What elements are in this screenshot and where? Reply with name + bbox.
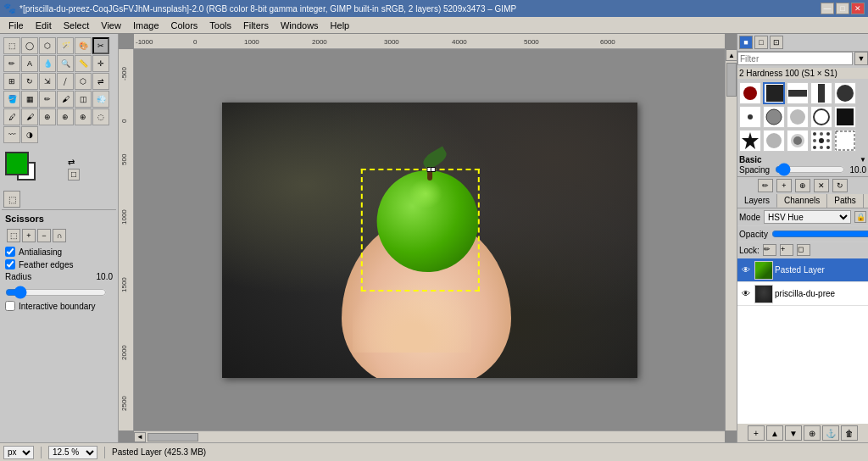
layer-delete-button[interactable]: 🗑 [841, 425, 858, 441]
tool-paths[interactable]: ✏ [3, 55, 20, 72]
hscroll-thumb[interactable] [147, 433, 198, 442]
lock-position-button[interactable]: + [780, 244, 793, 256]
mode-btn-2[interactable]: + [22, 229, 36, 242]
brush-item[interactable] [810, 130, 832, 152]
mode-btn-1[interactable]: ⬚ [7, 229, 20, 242]
image-canvas[interactable] [222, 103, 637, 378]
tool-ellipse-select[interactable]: ◯ [21, 37, 38, 54]
tool-heal[interactable]: ⊕ [57, 108, 74, 125]
background-color-icon[interactable]: □ [754, 36, 768, 49]
tool-pencil[interactable]: ✏ [39, 91, 56, 108]
tool-dodge[interactable]: ◑ [21, 126, 38, 143]
tool-flip[interactable]: ⇌ [92, 73, 109, 90]
spacing-slider[interactable] [775, 164, 844, 175]
layer-visibility-icon[interactable]: 👁 [739, 264, 753, 277]
basic-dropdown-button[interactable]: ▼ [860, 156, 866, 164]
mode-btn-4[interactable]: ∩ [53, 229, 66, 242]
brush-add-button[interactable]: + [776, 179, 792, 192]
brush-item[interactable] [834, 106, 856, 128]
menu-edit[interactable]: Edit [31, 19, 57, 32]
brush-item[interactable] [763, 106, 785, 128]
layer-mode-lock-button[interactable]: 🔒 [854, 211, 866, 223]
tab-layers[interactable]: Layers [737, 194, 777, 208]
antialiasing-checkbox[interactable] [5, 247, 15, 257]
brush-item[interactable] [787, 82, 809, 104]
menu-filters[interactable]: Filters [238, 19, 274, 32]
layer-raise-button[interactable]: ▲ [766, 425, 783, 441]
brush-item-selected[interactable] [763, 82, 785, 104]
tool-perspective-clone[interactable]: ⊕ [75, 108, 92, 125]
tool-scissors[interactable]: ✂ [92, 37, 109, 54]
layer-row-pasted[interactable]: 👁 Pasted Layer [737, 258, 868, 282]
foreground-color-icon[interactable]: ■ [739, 36, 753, 49]
layer-mode-select[interactable]: HSV Hue Normal Multiply Screen [764, 210, 851, 224]
menu-select[interactable]: Select [58, 19, 95, 32]
unit-select[interactable]: px mm cm in [3, 446, 34, 459]
brush-item[interactable] [834, 130, 856, 152]
maximize-button[interactable]: □ [836, 3, 849, 14]
minimize-button[interactable]: — [821, 3, 834, 14]
tool-blur[interactable]: ◌ [92, 108, 109, 125]
swap-colors-button[interactable]: ⇄ [68, 158, 80, 167]
layer-anchor-button[interactable]: ⚓ [822, 425, 839, 441]
brush-edit-button[interactable]: ✏ [758, 179, 773, 192]
tool-paintbrush[interactable]: 🖌 [57, 91, 74, 108]
vertical-scrollbar[interactable]: ▲ [725, 49, 737, 430]
brush-item-star[interactable] [739, 130, 761, 152]
tool-ink[interactable]: 🖊 [3, 108, 20, 125]
filter-options-button[interactable]: ▼ [854, 52, 868, 65]
brush-item[interactable] [787, 130, 809, 152]
tool-text[interactable]: A [21, 55, 38, 72]
tab-paths[interactable]: Paths [827, 194, 864, 208]
brush-item[interactable] [810, 82, 832, 104]
tool-scale[interactable]: ⇲ [39, 73, 56, 90]
tool-free-select[interactable]: ⬡ [39, 37, 56, 54]
zoom-select[interactable]: 12.5 % 25 % 50 % 100 % [48, 446, 97, 459]
active-layer-icon[interactable]: ⊡ [770, 36, 783, 49]
interactive-checkbox[interactable] [5, 301, 15, 311]
menu-image[interactable]: Image [128, 19, 164, 32]
tool-clone[interactable]: ⊕ [39, 108, 56, 125]
opacity-slider[interactable] [771, 228, 868, 240]
brush-item[interactable] [810, 106, 832, 128]
horizontal-scrollbar[interactable]: ◄ [134, 430, 725, 442]
menu-windows[interactable]: Windows [275, 19, 324, 32]
menu-file[interactable]: File [3, 19, 29, 32]
tool-smudge[interactable]: 〰 [3, 126, 20, 143]
tool-perspective[interactable]: ⬡ [75, 73, 92, 90]
layer-visibility-icon[interactable]: 👁 [739, 287, 753, 301]
layer-new-button[interactable]: + [748, 425, 765, 441]
menu-help[interactable]: Help [326, 19, 355, 32]
feather-checkbox[interactable] [5, 259, 15, 269]
tool-shear[interactable]: ⧸ [57, 73, 74, 90]
menu-tools[interactable]: Tools [204, 19, 236, 32]
quick-mask-button[interactable]: ⬚ [3, 191, 20, 208]
brush-item[interactable] [834, 82, 856, 104]
tool-by-color[interactable]: 🎨 [75, 37, 92, 54]
title-bar-controls[interactable]: — □ ✕ [821, 3, 865, 14]
layer-duplicate-button[interactable]: ⊕ [804, 425, 821, 441]
layer-lower-button[interactable]: ▼ [785, 425, 802, 441]
tool-rect-select[interactable]: ⬚ [3, 37, 20, 54]
brush-filter-input[interactable] [737, 52, 853, 65]
tab-channels[interactable]: Channels [777, 194, 827, 208]
vscroll-thumb[interactable] [726, 63, 737, 97]
menu-view[interactable]: View [96, 19, 126, 32]
tool-bucket[interactable]: 🪣 [3, 91, 20, 108]
brush-delete-button[interactable]: ✕ [814, 179, 829, 192]
vscroll-up-button[interactable]: ▲ [726, 49, 737, 61]
tool-measure[interactable]: 📏 [75, 55, 92, 72]
tool-airbrush[interactable]: 💨 [92, 91, 109, 108]
tool-color-picker[interactable]: 💧 [39, 55, 56, 72]
reset-colors-button[interactable]: □ [68, 169, 80, 181]
tool-move[interactable]: ✛ [92, 55, 109, 72]
layer-row-original[interactable]: 👁 priscilla-du-pree [737, 282, 868, 306]
hscroll-left-button[interactable]: ◄ [134, 432, 146, 442]
tool-mypaint[interactable]: 🖌 [21, 108, 38, 125]
brush-item[interactable] [763, 130, 785, 152]
foreground-color[interactable] [5, 152, 29, 175]
lock-pixels-button[interactable]: ✏ [763, 244, 776, 256]
tool-fuzzy-select[interactable]: 🪄 [57, 37, 74, 54]
close-button[interactable]: ✕ [851, 3, 865, 14]
tool-zoom[interactable]: 🔍 [57, 55, 74, 72]
